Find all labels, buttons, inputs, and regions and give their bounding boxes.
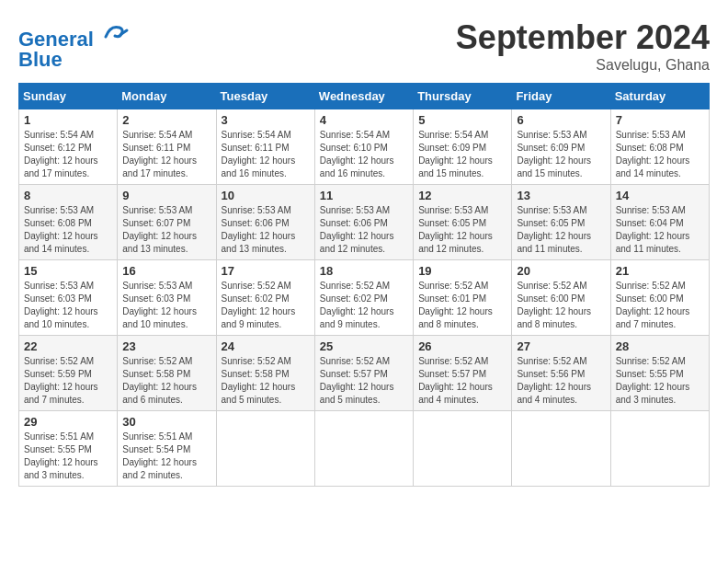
day-info: Sunrise: 5:52 AM Sunset: 6:01 PM Dayligh… — [418, 280, 506, 331]
day-info: Sunrise: 5:52 AM Sunset: 5:56 PM Dayligh… — [517, 355, 605, 407]
calendar-cell — [610, 411, 709, 487]
logo: General Blue — [18, 18, 129, 70]
day-number: 2 — [122, 113, 210, 127]
day-info: Sunrise: 5:52 AM Sunset: 5:55 PM Dayligh… — [616, 355, 704, 407]
calendar-cell: 11 Sunrise: 5:53 AM Sunset: 6:06 PM Dayl… — [314, 185, 413, 260]
day-number: 27 — [517, 339, 605, 353]
day-info: Sunrise: 5:52 AM Sunset: 5:57 PM Dayligh… — [418, 355, 506, 407]
calendar-cell: 16 Sunrise: 5:53 AM Sunset: 6:03 PM Dayl… — [118, 260, 216, 336]
day-info: Sunrise: 5:53 AM Sunset: 6:06 PM Dayligh… — [222, 204, 310, 256]
calendar-header-wednesday: Wednesday — [314, 84, 413, 109]
calendar-week-row: 8 Sunrise: 5:53 AM Sunset: 6:08 PM Dayli… — [19, 185, 710, 260]
day-number: 3 — [222, 113, 310, 127]
day-info: Sunrise: 5:52 AM Sunset: 5:59 PM Dayligh… — [24, 355, 112, 407]
calendar-header-row: SundayMondayTuesdayWednesdayThursdayFrid… — [19, 84, 710, 109]
day-number: 18 — [320, 264, 408, 278]
calendar-cell: 25 Sunrise: 5:52 AM Sunset: 5:57 PM Dayl… — [314, 336, 413, 411]
day-info: Sunrise: 5:51 AM Sunset: 5:55 PM Dayligh… — [24, 431, 112, 482]
day-info: Sunrise: 5:52 AM Sunset: 5:58 PM Dayligh… — [222, 355, 310, 407]
calendar-cell — [314, 411, 413, 487]
day-info: Sunrise: 5:54 AM Sunset: 6:09 PM Dayligh… — [418, 129, 506, 180]
calendar-header-sunday: Sunday — [19, 84, 118, 109]
day-number: 20 — [517, 264, 605, 278]
logo-text-blue: Blue — [18, 48, 63, 71]
day-info: Sunrise: 5:52 AM Sunset: 6:02 PM Dayligh… — [320, 280, 408, 331]
day-number: 14 — [616, 189, 704, 202]
day-number: 8 — [24, 189, 112, 202]
logo-icon — [101, 18, 129, 46]
day-info: Sunrise: 5:53 AM Sunset: 6:05 PM Dayligh… — [517, 204, 605, 256]
day-number: 12 — [418, 189, 506, 202]
header: General Blue September 2024 Savelugu, Gh… — [18, 18, 710, 74]
calendar-cell: 1 Sunrise: 5:54 AM Sunset: 6:12 PM Dayli… — [19, 109, 118, 185]
day-number: 24 — [222, 339, 310, 353]
calendar-cell: 13 Sunrise: 5:53 AM Sunset: 6:05 PM Dayl… — [512, 185, 610, 260]
day-number: 15 — [24, 264, 112, 278]
day-info: Sunrise: 5:53 AM Sunset: 6:09 PM Dayligh… — [517, 129, 605, 180]
calendar: SundayMondayTuesdayWednesdayThursdayFrid… — [18, 83, 710, 487]
day-number: 17 — [222, 264, 310, 278]
day-info: Sunrise: 5:53 AM Sunset: 6:07 PM Dayligh… — [122, 204, 210, 256]
day-number: 4 — [320, 113, 408, 127]
day-number: 7 — [616, 113, 704, 127]
day-number: 16 — [122, 264, 210, 278]
location-subtitle: Savelugu, Ghana — [456, 57, 710, 74]
day-number: 5 — [418, 113, 506, 127]
day-info: Sunrise: 5:53 AM Sunset: 6:08 PM Dayligh… — [616, 129, 704, 180]
day-info: Sunrise: 5:52 AM Sunset: 5:57 PM Dayligh… — [320, 355, 408, 407]
day-info: Sunrise: 5:53 AM Sunset: 6:05 PM Dayligh… — [418, 204, 506, 256]
calendar-cell: 17 Sunrise: 5:52 AM Sunset: 6:02 PM Dayl… — [216, 260, 314, 336]
calendar-header-tuesday: Tuesday — [216, 84, 314, 109]
calendar-body: 1 Sunrise: 5:54 AM Sunset: 6:12 PM Dayli… — [19, 109, 710, 487]
day-number: 26 — [418, 339, 506, 353]
calendar-week-row: 29 Sunrise: 5:51 AM Sunset: 5:55 PM Dayl… — [19, 411, 710, 487]
day-number: 11 — [320, 189, 408, 202]
calendar-cell: 18 Sunrise: 5:52 AM Sunset: 6:02 PM Dayl… — [314, 260, 413, 336]
calendar-week-row: 1 Sunrise: 5:54 AM Sunset: 6:12 PM Dayli… — [19, 109, 710, 185]
calendar-cell: 30 Sunrise: 5:51 AM Sunset: 5:54 PM Dayl… — [118, 411, 216, 487]
day-info: Sunrise: 5:54 AM Sunset: 6:10 PM Dayligh… — [320, 129, 408, 180]
calendar-cell: 14 Sunrise: 5:53 AM Sunset: 6:04 PM Dayl… — [610, 185, 709, 260]
day-number: 25 — [320, 339, 408, 353]
day-info: Sunrise: 5:51 AM Sunset: 5:54 PM Dayligh… — [122, 431, 210, 482]
calendar-week-row: 15 Sunrise: 5:53 AM Sunset: 6:03 PM Dayl… — [19, 260, 710, 336]
calendar-cell: 29 Sunrise: 5:51 AM Sunset: 5:55 PM Dayl… — [19, 411, 118, 487]
calendar-week-row: 22 Sunrise: 5:52 AM Sunset: 5:59 PM Dayl… — [19, 336, 710, 411]
calendar-cell: 6 Sunrise: 5:53 AM Sunset: 6:09 PM Dayli… — [512, 109, 610, 185]
calendar-cell: 15 Sunrise: 5:53 AM Sunset: 6:03 PM Dayl… — [19, 260, 118, 336]
day-number: 6 — [517, 113, 605, 127]
calendar-cell: 26 Sunrise: 5:52 AM Sunset: 5:57 PM Dayl… — [414, 336, 512, 411]
day-info: Sunrise: 5:53 AM Sunset: 6:03 PM Dayligh… — [122, 280, 210, 331]
calendar-cell: 2 Sunrise: 5:54 AM Sunset: 6:11 PM Dayli… — [118, 109, 216, 185]
month-title: September 2024 — [456, 18, 710, 57]
calendar-cell — [414, 411, 512, 487]
calendar-cell: 21 Sunrise: 5:52 AM Sunset: 6:00 PM Dayl… — [610, 260, 709, 336]
calendar-cell — [512, 411, 610, 487]
calendar-cell: 24 Sunrise: 5:52 AM Sunset: 5:58 PM Dayl… — [216, 336, 314, 411]
calendar-header-friday: Friday — [512, 84, 610, 109]
day-info: Sunrise: 5:54 AM Sunset: 6:11 PM Dayligh… — [222, 129, 310, 180]
calendar-cell: 9 Sunrise: 5:53 AM Sunset: 6:07 PM Dayli… — [118, 185, 216, 260]
day-info: Sunrise: 5:54 AM Sunset: 6:12 PM Dayligh… — [24, 129, 112, 180]
calendar-cell: 3 Sunrise: 5:54 AM Sunset: 6:11 PM Dayli… — [216, 109, 314, 185]
day-number: 10 — [222, 189, 310, 202]
day-number: 19 — [418, 264, 506, 278]
day-info: Sunrise: 5:52 AM Sunset: 6:00 PM Dayligh… — [616, 280, 704, 331]
calendar-cell: 10 Sunrise: 5:53 AM Sunset: 6:06 PM Dayl… — [216, 185, 314, 260]
day-number: 1 — [24, 113, 112, 127]
calendar-cell: 4 Sunrise: 5:54 AM Sunset: 6:10 PM Dayli… — [314, 109, 413, 185]
day-number: 30 — [122, 415, 210, 429]
day-number: 28 — [616, 339, 704, 353]
day-info: Sunrise: 5:52 AM Sunset: 6:00 PM Dayligh… — [517, 280, 605, 331]
day-number: 29 — [24, 415, 112, 429]
calendar-cell: 19 Sunrise: 5:52 AM Sunset: 6:01 PM Dayl… — [414, 260, 512, 336]
day-info: Sunrise: 5:53 AM Sunset: 6:04 PM Dayligh… — [616, 204, 704, 256]
calendar-cell — [216, 411, 314, 487]
calendar-cell: 22 Sunrise: 5:52 AM Sunset: 5:59 PM Dayl… — [19, 336, 118, 411]
day-info: Sunrise: 5:53 AM Sunset: 6:03 PM Dayligh… — [24, 280, 112, 331]
day-info: Sunrise: 5:53 AM Sunset: 6:08 PM Dayligh… — [24, 204, 112, 256]
day-number: 22 — [24, 339, 112, 353]
day-info: Sunrise: 5:52 AM Sunset: 6:02 PM Dayligh… — [222, 280, 310, 331]
calendar-cell: 28 Sunrise: 5:52 AM Sunset: 5:55 PM Dayl… — [610, 336, 709, 411]
day-number: 9 — [122, 189, 210, 202]
